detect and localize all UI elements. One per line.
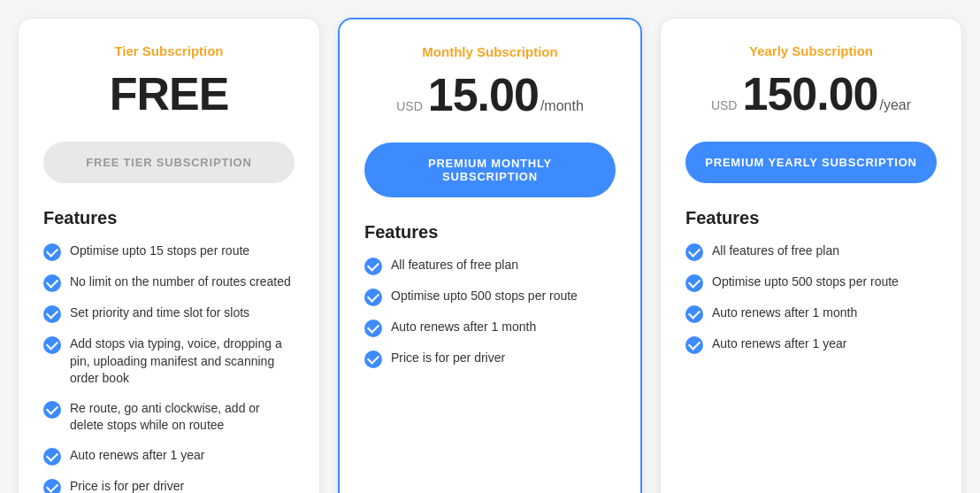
plan-currency-yearly: USD xyxy=(711,98,738,112)
checkmark-icon xyxy=(685,274,703,292)
plan-price-row-free: FREE xyxy=(43,67,295,120)
feature-text: Auto renews after 1 month xyxy=(391,319,536,336)
list-item: Auto renews after 1 year xyxy=(43,447,295,466)
list-item: Auto renews after 1 year xyxy=(685,335,937,354)
checkmark-icon xyxy=(364,258,382,275)
feature-text: Optimise upto 500 stops per route xyxy=(391,288,578,305)
plans-container: Tier SubscriptionFREEFREE TIER SUBSCRIPT… xyxy=(18,18,962,493)
checkmark-icon xyxy=(364,320,382,337)
plan-price-row-monthly: USD15.00/month xyxy=(364,68,616,121)
checkmark-icon xyxy=(685,243,703,261)
plan-price-period-yearly: /year xyxy=(880,97,912,113)
checkmark-icon xyxy=(43,401,61,419)
feature-text: Re route, go anti clockwise, add or dele… xyxy=(70,400,295,435)
plan-card-yearly: Yearly SubscriptionUSD150.00/yearPREMIUM… xyxy=(660,18,962,493)
checkmark-icon xyxy=(43,479,61,493)
list-item: Price is for per driver xyxy=(364,350,616,368)
feature-text: All features of free plan xyxy=(712,243,839,260)
plan-price-number-monthly: 15.00 xyxy=(428,68,539,121)
plan-card-free: Tier SubscriptionFREEFREE TIER SUBSCRIPT… xyxy=(18,18,320,493)
plan-title-monthly: Monthly Subscription xyxy=(364,44,616,59)
features-list-free: Optimise upto 15 stops per routeNo limit… xyxy=(43,243,295,493)
feature-text: Add stops via typing, voice, dropping a … xyxy=(70,335,295,388)
list-item: Auto renews after 1 month xyxy=(685,304,937,323)
features-title-monthly: Features xyxy=(364,222,616,243)
plan-price-free-free: FREE xyxy=(43,67,295,120)
checkmark-icon xyxy=(43,305,61,323)
plan-price-period-monthly: /month xyxy=(540,98,584,114)
plan-title-yearly: Yearly Subscription xyxy=(685,43,937,58)
features-list-yearly: All features of free planOptimise upto 5… xyxy=(685,243,937,354)
list-item: No limit on the number of routes created xyxy=(43,273,295,292)
features-title-free: Features xyxy=(43,208,295,228)
plan-button-monthly[interactable]: PREMIUM MONTHLY SUBSCRIPTION xyxy=(364,143,616,197)
checkmark-icon xyxy=(685,336,703,354)
list-item: Auto renews after 1 month xyxy=(364,319,616,337)
checkmark-icon xyxy=(364,350,382,368)
feature-text: Auto renews after 1 year xyxy=(70,447,205,465)
list-item: Set priority and time slot for slots xyxy=(43,304,295,323)
plan-button-free[interactable]: FREE TIER SUBSCRIPTION xyxy=(43,142,295,183)
checkmark-icon xyxy=(364,289,382,306)
checkmark-icon xyxy=(43,274,61,292)
list-item: Re route, go anti clockwise, add or dele… xyxy=(43,400,295,435)
features-title-yearly: Features xyxy=(685,208,937,228)
feature-text: Optimise upto 500 stops per route xyxy=(712,273,899,291)
list-item: Optimise upto 15 stops per route xyxy=(43,243,295,261)
checkmark-icon xyxy=(685,305,703,323)
plan-price-row-yearly: USD150.00/year xyxy=(685,67,937,120)
checkmark-icon xyxy=(43,243,61,261)
feature-text: Auto renews after 1 month xyxy=(712,304,857,322)
feature-text: No limit on the number of routes created xyxy=(70,273,291,291)
feature-text: Optimise upto 15 stops per route xyxy=(70,243,249,260)
list-item: All features of free plan xyxy=(685,243,937,261)
plan-price-amount-monthly: USD15.00/month xyxy=(396,68,584,121)
feature-text: Auto renews after 1 year xyxy=(712,335,847,353)
list-item: Optimise upto 500 stops per route xyxy=(685,273,937,292)
feature-text: Price is for per driver xyxy=(391,350,505,367)
list-item: Optimise upto 500 stops per route xyxy=(364,288,616,306)
plan-card-monthly: Monthly SubscriptionUSD15.00/monthPREMIU… xyxy=(338,18,642,493)
list-item: Add stops via typing, voice, dropping a … xyxy=(43,335,295,388)
checkmark-icon xyxy=(43,448,61,466)
checkmark-icon xyxy=(43,336,61,354)
plan-button-yearly[interactable]: PREMIUM YEARLY SUBSCRIPTION xyxy=(685,142,937,183)
list-item: Price is for per driver xyxy=(43,478,295,493)
feature-text: Price is for per driver xyxy=(70,478,184,493)
plan-price-amount-yearly: USD150.00/year xyxy=(711,67,911,120)
plan-price-number-yearly: 150.00 xyxy=(742,67,877,120)
feature-text: All features of free plan xyxy=(391,257,518,274)
features-list-monthly: All features of free planOptimise upto 5… xyxy=(364,257,616,368)
list-item: All features of free plan xyxy=(364,257,616,275)
plan-title-free: Tier Subscription xyxy=(43,43,295,58)
feature-text: Set priority and time slot for slots xyxy=(70,304,249,322)
plan-currency-monthly: USD xyxy=(396,99,423,113)
